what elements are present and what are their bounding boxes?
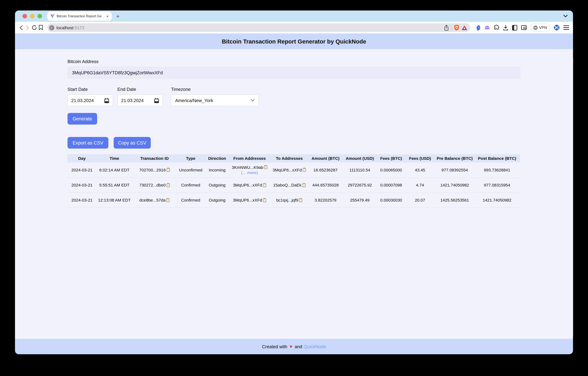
- screenshot-stage: Bitcoin Transaction Report Ge × +: [0, 0, 588, 376]
- copy-clipboard-icon[interactable]: [302, 183, 305, 187]
- table-row: 2024-03-21 5:55:51 AM EDT 730272...dbe0 …: [68, 177, 520, 193]
- phantom-wallet-icon[interactable]: [484, 25, 490, 30]
- menu-hamburger-icon[interactable]: [563, 25, 569, 30]
- export-csv-button[interactable]: Export as CSV: [68, 137, 108, 149]
- col-direction: Direction: [205, 154, 230, 162]
- calendar-icon[interactable]: [104, 98, 109, 103]
- browser-toolbar: i localhost:5173: [15, 22, 573, 34]
- url-text[interactable]: localhost:5173: [56, 25, 84, 30]
- brave-news-globe-icon[interactable]: [554, 24, 560, 31]
- end-date-input[interactable]: 21.03.2024: [117, 95, 163, 106]
- col-day: Day: [68, 154, 96, 162]
- downloads-icon[interactable]: [503, 25, 508, 31]
- tab-strip: Bitcoin Transaction Report Ge × +: [15, 11, 573, 22]
- show-more-link[interactable]: (... more): [230, 170, 269, 175]
- share-icon[interactable]: [444, 25, 449, 31]
- quicknode-link[interactable]: QuickNode: [304, 344, 326, 349]
- copy-clipboard-icon[interactable]: [264, 165, 267, 169]
- col-fees-usd: Fees (USD): [405, 154, 435, 162]
- table-header-row: Day Time Transaction ID Type Direction F…: [68, 154, 520, 162]
- end-date-label: End Date: [117, 87, 163, 92]
- brave-shields-icon[interactable]: [454, 24, 459, 31]
- copy-clipboard-icon[interactable]: [263, 183, 266, 187]
- col-transaction-id: Transaction ID: [132, 154, 177, 162]
- vpn-status-icon: [533, 25, 537, 30]
- col-time: Time: [96, 154, 132, 162]
- copy-clipboard-icon[interactable]: [166, 198, 170, 202]
- start-date-label: Start Date: [68, 87, 113, 92]
- page-footer: Created with ♥ and QuickNode: [15, 339, 573, 354]
- leo-ai-icon[interactable]: [475, 25, 481, 31]
- col-amount-usd: Amount (USD): [342, 154, 378, 162]
- minimize-window-button[interactable]: [30, 14, 34, 18]
- tab-close-icon[interactable]: ×: [105, 14, 110, 18]
- table-row: 2024-03-21 6:02:14 AM EDT 702700...2916 …: [68, 162, 520, 177]
- footer-text-prefix: Created with: [262, 344, 287, 349]
- extension-icons: VPN: [475, 24, 569, 32]
- vite-favicon-icon: [50, 14, 55, 18]
- col-type: Type: [177, 154, 205, 162]
- col-fees-btc: Fees (BTC): [378, 154, 404, 162]
- col-to-addresses: To Addresses: [270, 154, 309, 162]
- page-body: Bitcoin Transaction Report Generator by …: [15, 34, 573, 354]
- copy-csv-button[interactable]: Copy as CSV: [114, 137, 151, 149]
- sidebar-icon[interactable]: [512, 25, 517, 31]
- forward-icon[interactable]: [25, 23, 30, 32]
- chevron-down-icon: [251, 99, 255, 102]
- new-tab-button[interactable]: +: [116, 13, 119, 20]
- calendar-icon[interactable]: [154, 98, 159, 103]
- vpn-button[interactable]: VPN: [530, 24, 550, 32]
- back-icon[interactable]: [19, 23, 23, 32]
- col-amount-btc: Amount (BTC): [309, 154, 342, 162]
- zoom-window-button[interactable]: [37, 14, 42, 18]
- copy-clipboard-icon[interactable]: [167, 183, 170, 187]
- brave-rewards-icon[interactable]: [461, 25, 467, 30]
- col-from-addresses: From Addresses: [230, 154, 270, 162]
- bookmark-icon[interactable]: [39, 23, 43, 32]
- copy-clipboard-icon[interactable]: [299, 198, 303, 202]
- tab-search-chevron-icon[interactable]: [563, 15, 568, 18]
- page-title: Bitcoin Transaction Report Generator by …: [222, 38, 366, 45]
- start-date-input[interactable]: 21.03.2024: [68, 95, 113, 106]
- copy-clipboard-icon[interactable]: [167, 168, 170, 172]
- table-row: 2024-03-21 12:13:08 AM EDT dce8be...57da…: [68, 193, 520, 208]
- bitcoin-address-label: Bitcoin Address: [68, 59, 520, 64]
- transactions-table: Day Time Transaction ID Type Direction F…: [68, 154, 520, 208]
- close-window-button[interactable]: [22, 14, 27, 18]
- footer-text-middle: and: [295, 344, 302, 349]
- window-controls: [15, 14, 47, 18]
- generate-button[interactable]: Generate: [68, 113, 97, 125]
- tab-title: Bitcoin Transaction Report Ge: [57, 14, 104, 18]
- wallet-icon[interactable]: [521, 25, 527, 30]
- reload-icon[interactable]: [31, 23, 37, 32]
- heart-icon: ♥: [290, 344, 292, 349]
- bitcoin-address-input[interactable]: 3MqUP6G1daVS5YTD8fz3QgwjZortWwxXFd: [68, 67, 520, 78]
- col-pre-balance: Pre Balance (BTC): [435, 154, 474, 162]
- copy-clipboard-icon[interactable]: [263, 198, 266, 202]
- browser-window: Bitcoin Transaction Report Ge × +: [15, 11, 573, 354]
- browser-tab[interactable]: Bitcoin Transaction Report Ge ×: [47, 12, 112, 21]
- page-header: Bitcoin Transaction Report Generator by …: [15, 34, 573, 49]
- page-content: Bitcoin Address 3MqUP6G1daVS5YTD8fz3Qgwj…: [15, 49, 573, 339]
- timezone-label: Timezone: [171, 87, 259, 92]
- timezone-select[interactable]: America/New_York: [171, 95, 259, 106]
- address-bar[interactable]: i localhost:5173: [47, 23, 470, 32]
- copy-clipboard-icon[interactable]: [303, 168, 306, 172]
- extensions-puzzle-icon[interactable]: [493, 25, 499, 31]
- site-info-icon[interactable]: i: [49, 25, 54, 30]
- col-post-balance: Post Balance (BTC): [474, 154, 520, 162]
